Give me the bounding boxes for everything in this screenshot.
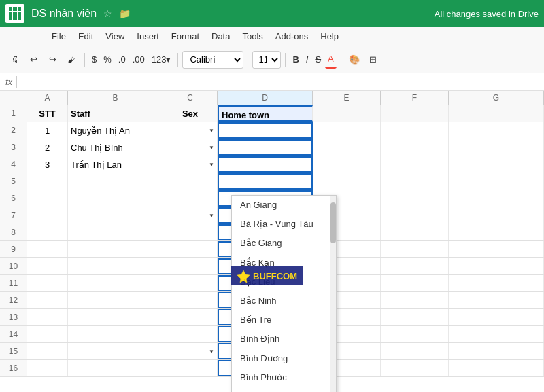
cell-15c[interactable]: ▼ (163, 343, 218, 359)
document-title[interactable]: DS nhân viên (31, 7, 97, 20)
cell-12b[interactable] (68, 292, 163, 308)
cell-7f[interactable] (381, 207, 449, 224)
format-number-button[interactable]: 123▾ (149, 51, 174, 69)
cell-9b[interactable] (68, 241, 163, 257)
cell-3a[interactable]: 2 (27, 139, 68, 156)
decimal-decrease-button[interactable]: .0 (116, 51, 129, 69)
cell-2d[interactable] (218, 122, 313, 139)
bold-button[interactable]: B (290, 51, 301, 69)
cell-6c[interactable] (163, 190, 218, 207)
cell-11f[interactable] (381, 275, 449, 291)
cell-4g[interactable] (449, 156, 544, 173)
star-icon[interactable]: ☆ (103, 8, 112, 19)
cell-7b[interactable] (68, 207, 163, 224)
font-color-button[interactable]: A (325, 51, 337, 69)
hometown-dropdown[interactable]: An GiangBà Rịa - Vũng TàuBắc GiangBắc Kạ… (231, 195, 337, 392)
cell-4d[interactable] (218, 156, 313, 173)
cell-8b[interactable] (68, 224, 163, 240)
menu-view[interactable]: View (100, 29, 130, 43)
dropdown-arrow-3c[interactable]: ▼ (207, 143, 216, 152)
cell-6a[interactable] (27, 190, 68, 207)
scrollbar[interactable] (330, 196, 336, 392)
dropdown-item[interactable]: Bà Rịa - Vũng Tàu (232, 215, 336, 234)
cell-14b[interactable] (68, 326, 163, 342)
dropdown-item[interactable]: Bình Định (232, 329, 336, 349)
cell-8f[interactable] (381, 224, 449, 240)
cell-3c[interactable]: ▼ (163, 139, 218, 156)
cell-4c[interactable]: ▼ (163, 156, 218, 173)
cell-10f[interactable] (381, 258, 449, 274)
cell-9a[interactable] (27, 241, 68, 257)
cell-13b[interactable] (68, 309, 163, 325)
cell-3g[interactable] (449, 139, 544, 156)
cell-10g[interactable] (449, 258, 544, 274)
dropdown-arrow-4c[interactable]: ▼ (207, 160, 216, 168)
cell-10c[interactable] (163, 258, 218, 274)
cell-4a[interactable]: 3 (27, 156, 68, 173)
cell-7g[interactable] (449, 207, 544, 224)
cell-13c[interactable] (163, 309, 218, 325)
cell-11c[interactable] (163, 275, 218, 291)
cell-9g[interactable] (449, 241, 544, 257)
dropdown-item[interactable]: Bắc Giang (232, 234, 336, 253)
dropdown-arrow-15c[interactable]: ▼ (207, 347, 216, 355)
cell-12c[interactable] (163, 292, 218, 308)
folder-icon[interactable]: 📁 (119, 8, 131, 19)
cell-4b[interactable]: Trần Thị Lan (68, 156, 163, 173)
cell-2c[interactable]: ▼ (163, 122, 218, 139)
cell-10b[interactable] (68, 258, 163, 274)
cell-6g[interactable] (449, 190, 544, 207)
cell-14g[interactable] (449, 326, 544, 342)
cell-5e[interactable] (313, 173, 381, 190)
fill-color-button[interactable]: 🎨 (345, 51, 363, 69)
dropdown-item[interactable]: Bình Thuận (232, 387, 336, 392)
cell-3e[interactable] (313, 139, 381, 156)
cell-15f[interactable] (381, 343, 449, 359)
dropdown-arrow-2c[interactable]: ▼ (207, 126, 216, 135)
cell-1g[interactable] (449, 105, 544, 122)
cell-2a[interactable]: 1 (27, 122, 68, 139)
cell-2f[interactable] (381, 122, 449, 139)
menu-edit[interactable]: Edit (73, 29, 99, 43)
paint-format-button[interactable]: 🖌 (63, 51, 80, 69)
dropdown-item[interactable]: Bến Tre (232, 310, 336, 329)
cell-7a[interactable] (27, 207, 68, 224)
cell-6b[interactable] (68, 190, 163, 207)
decimal-increase-button[interactable]: .00 (130, 51, 148, 69)
cell-1d[interactable]: Home town (218, 105, 313, 122)
cell-11g[interactable] (449, 275, 544, 291)
undo-button[interactable]: ↩ (24, 51, 42, 69)
dropdown-item[interactable]: Bình Dương (232, 349, 336, 368)
cell-16c[interactable] (163, 360, 218, 376)
font-selector[interactable]: Calibri (182, 51, 243, 69)
cell-1b[interactable]: Staff (68, 105, 163, 122)
cell-12a[interactable] (27, 292, 68, 308)
cell-13f[interactable] (381, 309, 449, 325)
cell-14f[interactable] (381, 326, 449, 342)
cell-3f[interactable] (381, 139, 449, 156)
cell-6f[interactable] (381, 190, 449, 207)
menu-format[interactable]: Format (166, 29, 205, 43)
cell-5d[interactable] (218, 173, 313, 190)
cell-16f[interactable] (381, 360, 449, 376)
currency-button[interactable]: $ (89, 51, 99, 69)
cell-8a[interactable] (27, 224, 68, 240)
print-button[interactable]: 🖨 (5, 51, 23, 69)
cell-16g[interactable] (449, 360, 544, 376)
redo-button[interactable]: ↪ (44, 51, 61, 69)
cell-14a[interactable] (27, 326, 68, 342)
cell-5b[interactable] (68, 173, 163, 190)
strikethrough-button[interactable]: S (312, 51, 324, 69)
cell-1e[interactable] (313, 105, 381, 122)
menu-insert[interactable]: Insert (131, 29, 165, 43)
cell-12g[interactable] (449, 292, 544, 308)
cell-13a[interactable] (27, 309, 68, 325)
cell-12f[interactable] (381, 292, 449, 308)
cell-4f[interactable] (381, 156, 449, 173)
cell-9f[interactable] (381, 241, 449, 257)
scroll-thumb[interactable] (330, 202, 336, 243)
cell-7c[interactable]: ▼ (163, 207, 218, 224)
cell-2e[interactable] (313, 122, 381, 139)
dropdown-item[interactable]: Bình Phước (232, 368, 336, 387)
cell-16a[interactable] (27, 360, 68, 376)
